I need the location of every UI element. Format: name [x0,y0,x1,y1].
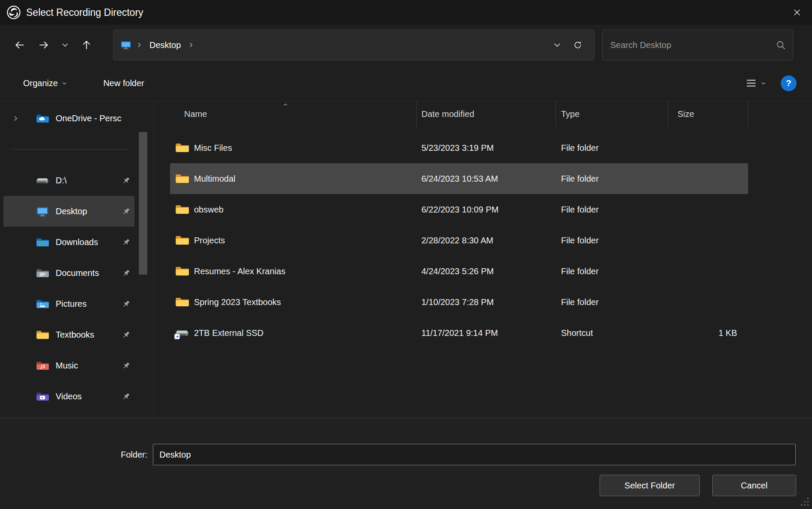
obs-logo-icon [6,5,21,20]
folder-input[interactable] [153,444,796,465]
breadcrumb-desktop[interactable]: Desktop [147,39,183,52]
onedrive-icon [36,113,49,124]
file-date: 5/23/2023 3:19 PM [417,132,556,163]
sidebar-item-music[interactable]: Music [3,350,134,381]
sidebar-item-desktop[interactable]: Desktop [3,196,134,227]
expander[interactable] [3,115,27,122]
navigation-bar: Desktop [0,25,812,65]
sidebar-item-label: Pictures [56,299,87,309]
cancel-button[interactable]: Cancel [712,475,796,496]
file-size [668,225,748,256]
breadcrumb-chevron-icon [136,42,143,48]
file-date: 4/24/2023 5:26 PM [417,256,556,287]
window-title: Select Recording Directory [26,7,143,18]
resize-grip[interactable] [800,497,810,507]
column-header-size[interactable]: Size [668,102,748,126]
details-view-icon [745,77,757,89]
file-name: Projects [194,236,225,246]
file-row-multimodal[interactable]: Multimodal 6/24/2023 10:53 AM File folde… [170,163,748,194]
file-type: File folder [556,132,668,163]
sidebar-item-label: Textbooks [56,330,94,340]
address-dropdown-button[interactable] [547,35,567,55]
file-row-spring-textbooks[interactable]: Spring 2023 Textbooks 1/10/2023 7:28 PM … [170,287,748,317]
folder-icon [175,235,189,246]
file-name: obsweb [194,205,224,215]
sidebar-scrollbar-thumb[interactable] [139,132,147,275]
change-view-button[interactable] [742,74,770,93]
new-folder-button[interactable]: New folder [98,74,149,93]
refresh-button[interactable] [567,35,588,55]
file-type: Shortcut [556,317,668,348]
file-row-resumes[interactable]: Resumes - Alex Kranias 4/24/2023 5:26 PM… [170,256,748,287]
column-header-name[interactable]: Name [154,102,417,126]
search-box[interactable] [602,30,793,60]
folder-icon [175,142,189,153]
sidebar-item-d-drive[interactable]: D:\ [3,165,134,196]
select-folder-button[interactable]: Select Folder [600,475,700,496]
sidebar-item-label: Desktop [56,207,87,216]
search-icon [776,40,786,50]
file-name: Resumes - Alex Kranias [194,266,285,276]
recent-locations-button[interactable] [56,33,75,57]
pin-icon[interactable] [121,237,131,247]
breadcrumb-chevron-icon[interactable] [188,42,194,48]
up-button[interactable] [75,33,99,57]
sidebar-item-textbooks[interactable]: Textbooks [3,319,134,350]
pin-icon[interactable] [121,268,131,278]
back-arrow-icon [14,39,25,51]
chevron-down-icon [761,81,766,86]
sidebar-item-downloads[interactable]: Downloads [3,227,134,257]
file-type: File folder [556,225,668,256]
sidebar-item-videos[interactable]: Videos [3,381,134,412]
drive-icon [36,175,49,186]
pin-icon[interactable] [121,330,131,340]
pin-icon[interactable] [121,207,131,216]
file-size [668,132,748,163]
sidebar-item-label: Documents [56,268,99,278]
file-name: Multimodal [194,174,236,184]
documents-folder-icon [36,268,49,278]
file-row-projects[interactable]: Projects 2/28/2022 8:30 AM File folder [170,225,748,256]
sidebar-item-pictures[interactable]: Pictures [3,288,134,319]
sidebar-divider [0,134,154,165]
file-row-external-ssd[interactable]: 2TB External SSD 11/17/2021 9:14 PM Shor… [170,317,748,348]
file-rows: Misc Files 5/23/2023 3:19 PM File folder… [154,132,812,348]
organize-button[interactable]: Organize [18,74,72,93]
file-row-misc-files[interactable]: Misc Files 5/23/2023 3:19 PM File folder [170,132,748,163]
column-header-date-modified[interactable]: Date modified [417,102,556,126]
pin-icon[interactable] [121,361,131,371]
pin-icon[interactable] [121,299,131,309]
downloads-folder-icon [36,237,49,248]
file-row-obsweb[interactable]: obsweb 6/22/2023 10:09 PM File folder [170,194,748,225]
column-headers: Name Date modified Type Size [154,102,812,126]
pin-icon[interactable] [121,392,131,401]
pin-icon[interactable] [121,176,131,186]
sidebar-item-onedrive[interactable]: OneDrive - Persc [3,103,134,134]
help-button[interactable]: ? [781,75,797,91]
folder-icon [175,266,189,277]
shortcut-arrow-icon [174,334,180,339]
file-type: File folder [556,194,668,225]
file-list: Name Date modified Type Size Misc Files … [154,102,812,418]
address-bar[interactable]: Desktop [113,30,594,60]
file-date: 11/17/2021 9:14 PM [417,317,556,348]
file-type: File folder [556,163,668,194]
file-date: 1/10/2023 7:28 PM [417,287,556,317]
close-icon [792,8,802,17]
back-button[interactable] [8,33,32,57]
sidebar-item-label: D:\ [56,176,67,186]
search-input[interactable] [610,40,776,50]
sidebar-item-label: OneDrive - Persc [56,114,121,123]
desktop-location-icon [120,40,131,50]
up-arrow-icon [81,39,92,51]
sidebar-item-label: Downloads [56,237,98,247]
column-header-type[interactable]: Type [556,102,668,126]
videos-folder-icon [36,391,49,402]
sidebar-item-documents[interactable]: Documents [3,257,134,288]
forward-button[interactable] [32,33,56,57]
file-date: 6/24/2023 10:53 AM [417,163,556,194]
desktop-icon [36,206,49,217]
file-name: Spring 2023 Textbooks [194,297,281,307]
sort-ascending-icon [282,102,289,107]
close-button[interactable] [782,0,812,25]
